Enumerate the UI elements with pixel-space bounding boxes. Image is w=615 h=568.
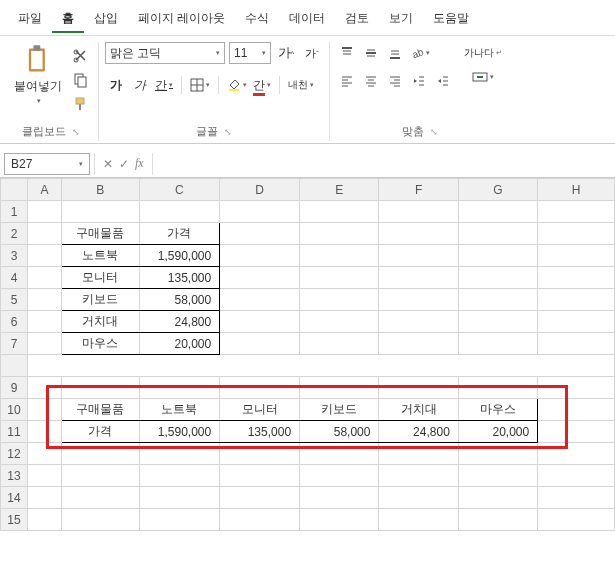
cell[interactable]: 1,590,000: [139, 245, 220, 267]
bold-button[interactable]: 가: [105, 74, 127, 96]
row-header[interactable]: 9: [1, 377, 28, 399]
formula-input[interactable]: [152, 153, 615, 175]
menu-file[interactable]: 파일: [8, 6, 52, 33]
row-header[interactable]: 14: [1, 487, 28, 509]
align-left-button[interactable]: [336, 70, 358, 92]
align-center-button[interactable]: [360, 70, 382, 92]
row-header[interactable]: 10: [1, 399, 28, 421]
select-all-corner[interactable]: [1, 179, 28, 201]
col-header[interactable]: E: [300, 179, 379, 201]
cell[interactable]: 20,000: [139, 333, 220, 355]
cut-button[interactable]: [70, 46, 92, 66]
cell[interactable]: 가격: [139, 223, 220, 245]
menu-review[interactable]: 검토: [335, 6, 379, 33]
row-header[interactable]: 3: [1, 245, 28, 267]
decrease-indent-button[interactable]: [408, 70, 430, 92]
clipboard-dialog-launcher[interactable]: ⤡: [72, 127, 80, 137]
row-header[interactable]: 11: [1, 421, 28, 443]
cell[interactable]: 58,000: [300, 421, 379, 443]
align-middle-button[interactable]: [360, 42, 382, 64]
menu-insert[interactable]: 삽입: [84, 6, 128, 33]
format-painter-button[interactable]: [70, 94, 92, 114]
row-header[interactable]: 7: [1, 333, 28, 355]
row-header[interactable]: 1: [1, 201, 28, 223]
cell[interactable]: 키보드: [300, 399, 379, 421]
font-name-select[interactable]: 맑은 고딕 ▾: [105, 42, 225, 64]
cell[interactable]: 구매물품: [62, 223, 140, 245]
cell[interactable]: 58,000: [139, 289, 220, 311]
col-header[interactable]: B: [62, 179, 140, 201]
cell[interactable]: 노트북: [62, 245, 140, 267]
align-right-button[interactable]: [384, 70, 406, 92]
col-header[interactable]: C: [139, 179, 220, 201]
menu-formulas[interactable]: 수식: [235, 6, 279, 33]
row-header[interactable]: 6: [1, 311, 28, 333]
col-header[interactable]: G: [458, 179, 537, 201]
font-color-button[interactable]: 간 ▾: [251, 74, 273, 96]
enter-formula-button[interactable]: ✓: [119, 157, 129, 171]
italic-button[interactable]: 가: [129, 74, 151, 96]
cell[interactable]: 20,000: [458, 421, 537, 443]
decrease-font-button[interactable]: 가ˇ: [301, 42, 323, 64]
underline-button[interactable]: 간▾: [153, 74, 175, 96]
align-top-button[interactable]: [336, 42, 358, 64]
cell[interactable]: 24,800: [379, 421, 458, 443]
cell[interactable]: 모니터: [220, 399, 300, 421]
menu-bar: 파일 홈 삽입 페이지 레이아웃 수식 데이터 검토 보기 도움말: [0, 0, 615, 36]
cancel-formula-button[interactable]: ✕: [103, 157, 113, 171]
cell[interactable]: 마우스: [458, 399, 537, 421]
name-box-value: B27: [11, 157, 32, 171]
cell[interactable]: 135,000: [220, 421, 300, 443]
font-dialog-launcher[interactable]: ⤡: [224, 127, 232, 137]
paste-button[interactable]: 붙여넣기 ▾: [10, 42, 66, 107]
col-header[interactable]: H: [538, 179, 615, 201]
row-header[interactable]: 12: [1, 443, 28, 465]
font-size-value: 11: [234, 46, 247, 60]
phonetic-button[interactable]: 내천▾: [286, 74, 316, 96]
merge-button[interactable]: ▾: [462, 66, 504, 88]
row-header[interactable]: 15: [1, 509, 28, 531]
font-size-select[interactable]: 11 ▾: [229, 42, 271, 64]
cell[interactable]: 135,000: [139, 267, 220, 289]
orientation-button[interactable]: ab▾: [408, 42, 432, 64]
menu-data[interactable]: 데이터: [279, 6, 335, 33]
menu-home[interactable]: 홈: [52, 6, 84, 33]
fx-button[interactable]: fx: [135, 156, 144, 171]
align-group-label: 맞춤: [402, 124, 424, 139]
cell[interactable]: 24,800: [139, 311, 220, 333]
spreadsheet-grid[interactable]: A B C D E F G H 1 2 구매물품 가격 3 노트북 1,590,…: [0, 178, 615, 531]
col-header[interactable]: A: [28, 179, 62, 201]
menu-view[interactable]: 보기: [379, 6, 423, 33]
col-header[interactable]: D: [220, 179, 300, 201]
wrap-text-button[interactable]: 가나다↵: [462, 42, 504, 64]
row-header[interactable]: 2: [1, 223, 28, 245]
increase-font-button[interactable]: 가^: [275, 42, 297, 64]
svg-rect-12: [229, 89, 239, 91]
row-header[interactable]: 4: [1, 267, 28, 289]
borders-button[interactable]: ▾: [188, 74, 212, 96]
menu-pagelayout[interactable]: 페이지 레이아웃: [128, 6, 235, 33]
ribbon-group-clipboard: 붙여넣기 ▾: [4, 42, 99, 141]
row-header[interactable]: 13: [1, 465, 28, 487]
cell[interactable]: 가격: [62, 421, 140, 443]
fill-color-button[interactable]: ▾: [225, 74, 249, 96]
svg-rect-1: [31, 51, 42, 69]
row-header[interactable]: 5: [1, 289, 28, 311]
cell[interactable]: 모니터: [62, 267, 140, 289]
cell[interactable]: 구매물품: [62, 399, 140, 421]
cell[interactable]: 키보드: [62, 289, 140, 311]
chevron-down-icon: ▾: [216, 49, 220, 57]
cell[interactable]: 거치대: [379, 399, 458, 421]
cell[interactable]: 1,590,000: [139, 421, 220, 443]
cell[interactable]: 거치대: [62, 311, 140, 333]
increase-indent-button[interactable]: [432, 70, 454, 92]
menu-help[interactable]: 도움말: [423, 6, 479, 33]
align-right-icon: [388, 74, 402, 88]
col-header[interactable]: F: [379, 179, 458, 201]
align-dialog-launcher[interactable]: ⤡: [430, 127, 438, 137]
cell[interactable]: 노트북: [139, 399, 220, 421]
cell[interactable]: 마우스: [62, 333, 140, 355]
name-box[interactable]: B27 ▾: [4, 153, 90, 175]
align-bottom-button[interactable]: [384, 42, 406, 64]
copy-button[interactable]: [70, 70, 92, 90]
